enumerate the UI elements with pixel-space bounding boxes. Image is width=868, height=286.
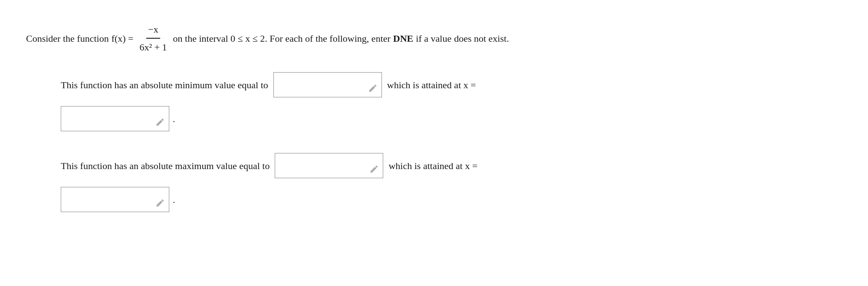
minimum-row: This function has an absolute minimum va… [61, 72, 842, 97]
maximum-x-input[interactable] [61, 187, 151, 212]
maximum-row: This function has an absolute maximum va… [61, 153, 842, 178]
maximum-block: This function has an absolute maximum va… [61, 153, 842, 212]
minimum-dot: . [173, 111, 175, 126]
questions-area: This function has an absolute minimum va… [26, 72, 842, 212]
intro-part4: does not exist. [454, 31, 509, 46]
intro-part2: on the interval 0 ≤ x ≤ 2. For each of t… [173, 31, 391, 46]
fraction: −x 6x² + 1 [138, 22, 169, 55]
maximum-which-text: which is attained at x = [388, 158, 477, 173]
maximum-x-row: . [61, 187, 842, 212]
minimum-x-input[interactable] [61, 106, 151, 131]
maximum-x-pencil-icon[interactable] [154, 197, 166, 209]
minimum-x-pencil-icon[interactable] [154, 116, 166, 128]
fx-label: f(x) = [112, 31, 134, 46]
fraction-numerator: −x [146, 22, 160, 39]
minimum-label: This function has an absolute minimum va… [61, 77, 268, 93]
maximum-dot: . [173, 192, 175, 207]
intro-part3: if a value [416, 31, 451, 46]
minimum-x-box[interactable] [61, 106, 169, 131]
intro-part1: Consider the function [26, 31, 109, 46]
minimum-which-text: which is attained at x = [387, 77, 476, 93]
minimum-x-row: . [61, 106, 842, 131]
minimum-value-box[interactable] [273, 72, 382, 97]
minimum-value-input[interactable] [274, 73, 364, 97]
maximum-value-pencil-icon[interactable] [368, 163, 380, 175]
maximum-label: This function has an absolute maximum va… [61, 158, 270, 173]
problem-statement: Consider the function f(x) = −x 6x² + 1 … [26, 22, 842, 212]
dne-label: DNE [393, 31, 413, 46]
maximum-value-input[interactable] [275, 153, 365, 178]
fraction-denominator: 6x² + 1 [138, 39, 169, 55]
maximum-value-box[interactable] [275, 153, 383, 178]
maximum-x-box[interactable] [61, 187, 169, 212]
intro-line: Consider the function f(x) = −x 6x² + 1 … [26, 22, 842, 55]
minimum-value-pencil-icon[interactable] [367, 82, 379, 94]
minimum-block: This function has an absolute minimum va… [61, 72, 842, 131]
